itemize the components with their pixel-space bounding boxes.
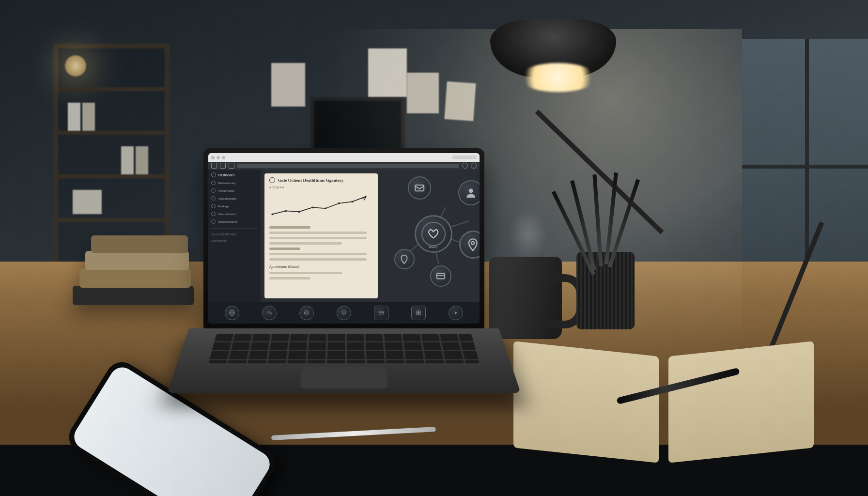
svg-point-4 [325, 207, 326, 209]
sidebar-footer: SALE ASSORTMENT [211, 233, 258, 236]
reload-icon[interactable] [229, 163, 234, 169]
svg-line-16 [269, 312, 270, 314]
sidebar-item[interactable]: Tasksummary [211, 181, 258, 185]
window-control-icon[interactable] [217, 156, 220, 159]
svg-rect-21 [417, 311, 418, 313]
svg-point-6 [351, 201, 353, 202]
back-icon[interactable] [211, 163, 217, 169]
text-line [269, 237, 367, 239]
panel-title: Gate Octient Deatliftinus Ggantery [278, 178, 343, 183]
report-panel: Gate Octient Deatliftinus Ggantery ACODR… [264, 173, 378, 298]
text-line [269, 253, 367, 255]
svg-rect-19 [379, 311, 383, 314]
tab[interactable] [452, 155, 477, 159]
svg-point-10 [472, 241, 475, 244]
dock-card-icon[interactable] [374, 306, 388, 320]
hub-node-mail[interactable] [408, 176, 431, 200]
sidebar-item[interactable]: Performance [211, 188, 258, 193]
window-titlebar [208, 153, 480, 162]
dock-grid-icon[interactable] [411, 306, 426, 320]
menu-icon[interactable] [471, 163, 477, 169]
laptop-screen: Dashboard Tasksummary Performance Oragan… [208, 153, 480, 324]
open-notebook [513, 349, 814, 465]
sidebar-item[interactable]: Oraganograph [211, 196, 258, 201]
svg-rect-23 [417, 313, 418, 315]
text-line [269, 248, 300, 250]
section-label: ACODRA [269, 186, 373, 189]
hub-node-center[interactable]: Branthy [415, 215, 452, 253]
laptop: Dashboard Tasksummary Performance Oragan… [203, 148, 484, 430]
hub-node-pin[interactable] [459, 231, 480, 259]
panel-icon [269, 177, 275, 183]
sidebar-item[interactable]: Paidings [211, 204, 258, 208]
sidebar-header: Dashboard [211, 172, 258, 177]
svg-point-18 [306, 312, 308, 314]
window-control-icon[interactable] [211, 156, 215, 159]
bottom-dock [208, 302, 480, 324]
bookshelf [53, 44, 170, 266]
address-bar[interactable] [237, 164, 459, 168]
coffee-steam [509, 208, 547, 262]
text-line [269, 242, 342, 245]
text-line [269, 277, 310, 279]
network-visualisation: Branthy [382, 173, 476, 298]
office-window [742, 39, 868, 291]
svg-rect-8 [415, 185, 424, 191]
mail-icon [414, 182, 425, 194]
user-icon [465, 186, 477, 199]
dock-gauge-icon[interactable] [262, 306, 277, 320]
sidebar-footer[interactable]: Opensettings [211, 239, 258, 242]
forward-icon[interactable] [220, 163, 226, 169]
text-line [269, 232, 367, 234]
svg-point-2 [298, 211, 300, 213]
svg-rect-24 [419, 313, 421, 315]
svg-rect-22 [419, 311, 421, 313]
card-icon [435, 271, 446, 281]
hub-node-card[interactable] [430, 265, 451, 287]
sidebar-item[interactable]: Taskschanding [211, 219, 258, 224]
hub-node-pin2[interactable] [394, 249, 415, 269]
panel-subheading: Aprontionso Ribundi [269, 264, 373, 269]
svg-point-0 [271, 213, 273, 215]
coffee-mug [489, 257, 562, 339]
hub-label: Branthy [429, 246, 437, 248]
svg-point-1 [285, 210, 287, 212]
svg-point-9 [468, 188, 473, 193]
pin-icon [466, 238, 480, 252]
sidebar: Dashboard Tasksummary Performance Oragan… [208, 170, 261, 302]
dock-play-icon[interactable] [449, 306, 463, 320]
hub-node-user[interactable] [458, 180, 480, 205]
svg-point-3 [311, 207, 313, 209]
trackpad [300, 367, 388, 388]
svg-point-5 [338, 202, 340, 204]
search-icon[interactable] [462, 163, 468, 169]
workspace-scene: Dashboard Tasksummary Performance Oragan… [0, 0, 868, 496]
sidebar-item[interactable]: Financeboard [211, 212, 258, 216]
pin-icon [399, 254, 409, 264]
laptop-keyboard [167, 328, 521, 393]
text-line [269, 226, 310, 229]
heart-icon [421, 222, 446, 246]
text-line [269, 258, 367, 261]
text-line [269, 272, 342, 274]
browser-toolbar [208, 162, 480, 170]
window-control-icon[interactable] [222, 156, 225, 159]
dock-globe-icon[interactable] [225, 306, 239, 320]
svg-point-17 [304, 310, 309, 315]
dock-target-icon[interactable] [299, 306, 314, 320]
dock-layers-icon[interactable] [337, 306, 351, 320]
trend-chart [269, 192, 373, 223]
